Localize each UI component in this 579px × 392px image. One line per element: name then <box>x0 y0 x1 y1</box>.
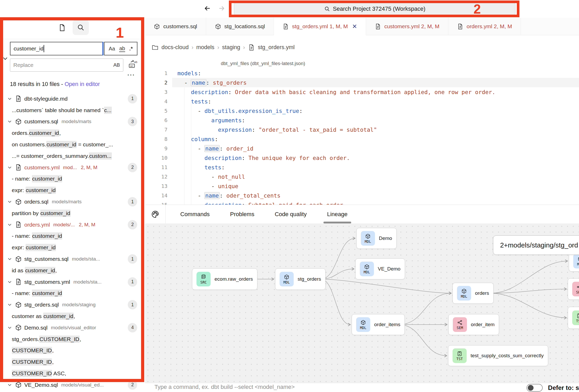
lineage-node-p2[interactable]: SEM <box>568 278 579 300</box>
lineage-node-p3[interactable]: TST <box>568 307 579 329</box>
lineage-node-order_items[interactable]: MDLorder_items <box>352 314 405 335</box>
lineage-node-ecom.raw_orders[interactable]: SRCecom.raw_orders <box>192 268 257 290</box>
tab-label: customers.yml 2, M, M <box>384 23 439 30</box>
search-result-file-row[interactable]: stg_customers.ymlmodels/sta...1 <box>0 276 142 288</box>
breadcrumb-item[interactable]: models <box>196 44 214 51</box>
lineage-node-orders[interactable]: MDLorders <box>453 283 494 304</box>
breadcrumb-item[interactable]: docs-cloud <box>161 44 189 51</box>
lineage-node-stg_orders[interactable]: MDLstg_orders <box>275 268 326 290</box>
search-match-line[interactable]: - name: customer_id <box>0 230 142 242</box>
chevron-down-icon[interactable] <box>7 279 13 285</box>
editor-tab-stg_locations-sql[interactable]: stg_locations.sql <box>206 18 274 35</box>
chevron-down-icon[interactable] <box>7 222 13 228</box>
code-editor[interactable]: 1models:2 - name: stg_orders3 descriptio… <box>145 68 579 205</box>
match-text: ...= customer_orders_summary. <box>12 153 89 159</box>
panel-tab-commands[interactable]: Commands <box>179 205 211 223</box>
search-match-line[interactable]: stg_orders.CUSTOMER_ID, <box>0 333 142 345</box>
editor-tab-customers-yml[interactable]: customers.yml 2, M, M <box>366 18 448 35</box>
tab-label: orders.yml 2, M, M <box>467 23 512 30</box>
lineage-selector-box[interactable]: 2+models/staging/stg_ord <box>493 235 579 255</box>
global-search-button[interactable]: Search Project 372475 (Workspace) <box>234 2 516 15</box>
match-text: - name: <box>12 176 32 182</box>
search-result-file-row[interactable]: stg_orders.sqlmodels/staging1 <box>0 299 142 310</box>
chevron-down-icon[interactable] <box>7 199 13 205</box>
more-actions-button[interactable]: ⋯ <box>127 70 135 79</box>
search-match-line[interactable]: - name: customer_id <box>0 288 142 299</box>
open-in-editor-link[interactable]: Open in editor <box>65 81 100 87</box>
command-input[interactable]: Type a command, ex. dbt build --select <… <box>154 384 295 390</box>
breadcrumb[interactable]: docs-cloud›models›staging›stg_orders.yml <box>152 44 295 51</box>
search-match-line[interactable]: ...= customer_orders_summary.custom... <box>0 150 142 162</box>
chevron-down-icon[interactable] <box>7 302 13 308</box>
document-icon <box>248 44 255 51</box>
palette-icon[interactable] <box>145 205 166 223</box>
chevron-down-icon[interactable] <box>7 119 13 124</box>
panel-tab-code-quality[interactable]: Code quality <box>274 205 308 223</box>
search-match-line[interactable]: ...customers` table should be named `c..… <box>0 105 142 116</box>
search-result-file-row[interactable]: dbt-styleguide.md1 <box>0 93 142 105</box>
lineage-canvas[interactable]: SRCecom.raw_ordersMDLstg_ordersMDLDemoMD… <box>145 223 579 383</box>
chevron-down-icon[interactable] <box>7 96 13 102</box>
line-number: 8 <box>145 136 167 142</box>
replace-all-icon[interactable]: acab <box>128 59 138 69</box>
editor-tab-orders-yml[interactable]: orders.yml 2, M, M <box>448 18 521 35</box>
search-result-file-row[interactable]: customers.ymlmod...2, M, M2 <box>0 162 142 173</box>
search-icon[interactable] <box>73 20 89 35</box>
panel-tab-lineage[interactable]: Lineage <box>326 205 349 223</box>
code-token <box>177 98 191 105</box>
breadcrumb-item[interactable]: staging <box>222 44 240 51</box>
search-match-line[interactable]: expr: customer_id <box>0 242 142 253</box>
lineage-node-Demo[interactable]: MDLDemo <box>356 228 397 249</box>
search-result-file-row[interactable]: VE_Demo.sqlmodels/visual_ed...2 <box>0 379 142 391</box>
whole-word-button[interactable]: ab <box>119 45 125 52</box>
code-token: dbt_utils.expression_is_true <box>205 108 299 114</box>
close-icon[interactable]: ✕ <box>352 23 357 30</box>
search-result-file-row[interactable]: orders.ymlmodels/...2, M, M2 <box>0 219 142 230</box>
search-result-file-row[interactable]: Demo.sqlmodels/visual_editor4 <box>0 322 142 333</box>
code-token: - <box>177 145 205 152</box>
search-match-line[interactable]: expr: customer_id <box>0 185 142 196</box>
replace-input[interactable]: Replace AB <box>10 59 123 72</box>
new-file-icon[interactable] <box>56 21 68 34</box>
file-path: models/sta... <box>72 256 100 262</box>
chevron-down-icon[interactable] <box>7 325 13 331</box>
search-result-file-row[interactable]: customers.sqlmodels/marts3 <box>0 116 142 128</box>
panel-tab-problems[interactable]: Problems <box>229 205 255 223</box>
code-token: tests <box>191 98 208 105</box>
lineage-node-VE_Demo[interactable]: MDLVE_Demo <box>355 258 405 279</box>
lineage-edge-items-orders <box>399 293 451 325</box>
search-match-line[interactable]: id as customer_id, <box>0 265 142 276</box>
chevron-down-icon[interactable] <box>7 165 13 170</box>
chevron-down-icon[interactable] <box>7 256 13 262</box>
code-token: The unique key for each order. <box>245 155 350 161</box>
regex-button[interactable]: .* <box>129 46 133 52</box>
match-count-badge: 1 <box>128 197 137 206</box>
editor-tab-customers-sql[interactable]: customers.sql <box>145 18 206 35</box>
search-match-line[interactable]: CUSTOMER_ID, <box>0 356 142 368</box>
match-highlight: CUSTOMER_ID <box>12 347 52 354</box>
forward-arrow-icon[interactable] <box>216 3 227 14</box>
search-match-line[interactable]: partition by customer_id <box>0 207 142 219</box>
lineage-node-order_item[interactable]: SEMorder_item <box>448 314 499 335</box>
file-path: models/visual_ed... <box>61 382 104 388</box>
editor-tab-stg_orders-yml[interactable]: stg_orders.yml 1, M, M✕ <box>274 18 366 35</box>
toggle-replace-chevron-icon[interactable] <box>2 55 9 62</box>
match-highlight: customer_id <box>40 210 71 217</box>
search-result-file-row[interactable]: orders.sqlmodels/marts1 <box>0 196 142 207</box>
lineage-node-test_supply_costs_sum_correctly[interactable]: TSTtest_supply_costs_sum_correctly <box>448 345 548 366</box>
search-match-line[interactable]: - name: customer_id <box>0 173 142 185</box>
breadcrumb-separator: › <box>243 44 245 51</box>
search-result-file-row[interactable]: stg_customers.sqlmodels/sta...1 <box>0 253 142 265</box>
search-match-line[interactable]: customer as customer_id, <box>0 310 142 322</box>
search-match-line[interactable]: orders.customer_id, <box>0 127 142 139</box>
search-match-line[interactable]: on customers.customer_id = customer_... <box>0 139 142 150</box>
defer-toggle[interactable] <box>526 384 543 392</box>
preserve-case-button[interactable]: AB <box>113 62 120 68</box>
search-match-line[interactable]: CUSTOMER_ID, <box>0 345 142 356</box>
match-case-button[interactable]: Aa <box>109 46 115 52</box>
chevron-down-icon[interactable] <box>7 382 13 388</box>
search-match-token: name <box>204 145 220 152</box>
search-input[interactable]: customer_id <box>10 42 103 55</box>
back-arrow-icon[interactable] <box>202 3 213 14</box>
search-match-line[interactable]: CUSTOMER_ID ASC, <box>0 368 142 379</box>
